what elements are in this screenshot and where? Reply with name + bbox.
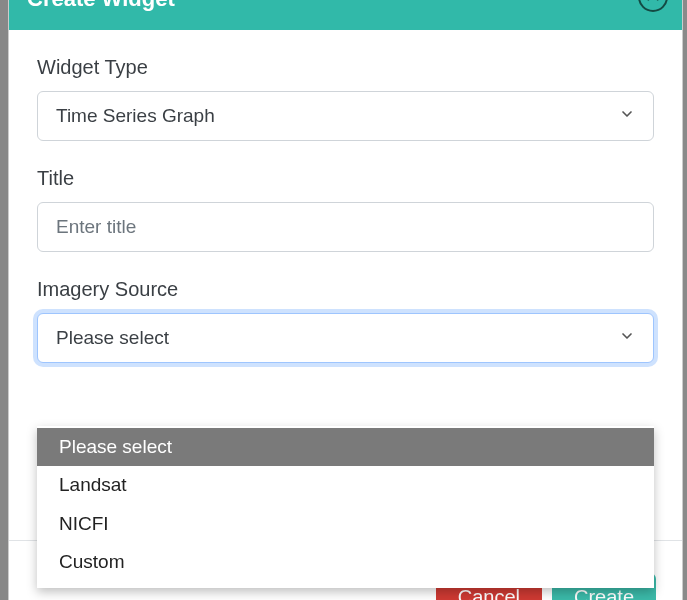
widget-type-field: Widget Type Time Series Graph: [37, 56, 654, 141]
dropdown-option[interactable]: Landsat: [37, 466, 654, 504]
title-label: Title: [37, 167, 654, 190]
dropdown-option[interactable]: Custom: [37, 543, 654, 581]
modal-header: Create Widget: [9, 0, 682, 30]
title-input[interactable]: [37, 202, 654, 252]
chevron-down-icon: [619, 105, 635, 127]
close-icon: [645, 0, 661, 7]
widget-type-value: Time Series Graph: [56, 105, 215, 127]
close-button[interactable]: [638, 0, 668, 12]
title-field: Title: [37, 167, 654, 252]
imagery-source-select[interactable]: Please select: [37, 313, 654, 363]
imagery-source-field: Imagery Source Please select: [37, 278, 654, 363]
imagery-source-value: Please select: [56, 327, 169, 349]
create-widget-modal: Create Widget Widget Type Time Series Gr…: [8, 0, 683, 600]
imagery-source-dropdown: Please select Landsat NICFI Custom: [37, 426, 654, 588]
widget-type-select[interactable]: Time Series Graph: [37, 91, 654, 141]
modal-body: Widget Type Time Series Graph Title Imag…: [9, 30, 682, 540]
dropdown-option[interactable]: NICFI: [37, 505, 654, 543]
imagery-source-label: Imagery Source: [37, 278, 654, 301]
widget-type-label: Widget Type: [37, 56, 654, 79]
modal-title: Create Widget: [27, 0, 175, 10]
chevron-down-icon: [619, 327, 635, 349]
dropdown-option[interactable]: Please select: [37, 428, 654, 466]
scrollbar[interactable]: [683, 0, 687, 600]
